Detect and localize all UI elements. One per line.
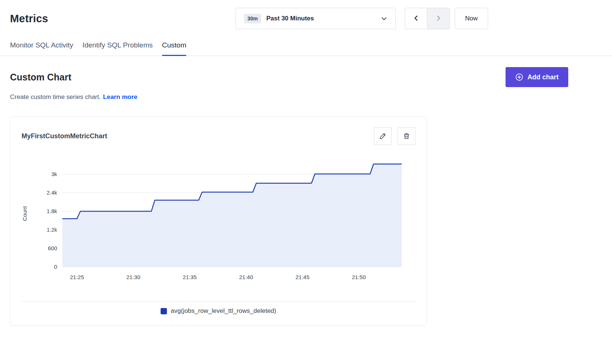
- time-range-badge: 30m: [244, 14, 261, 23]
- tab-custom[interactable]: Custom: [162, 41, 186, 56]
- time-controls: 30m Past 30 Minutes Now: [236, 8, 488, 29]
- time-prev-button[interactable]: [405, 8, 427, 29]
- topbar: Metrics 30m Past 30 Minutes: [0, 8, 612, 29]
- time-range-label: Past 30 Minutes: [266, 15, 314, 22]
- section-title: Custom Chart: [10, 72, 71, 83]
- svg-text:21:50: 21:50: [352, 274, 366, 280]
- custom-chart-plot[interactable]: 06001.2k1.8k2.4k3k21:2521:3021:3521:4021…: [10, 151, 427, 284]
- metrics-page: Metrics 30m Past 30 Minutes: [0, 0, 612, 325]
- svg-text:1.2k: 1.2k: [47, 226, 57, 233]
- learn-more-link[interactable]: Learn more: [103, 93, 138, 100]
- add-chart-button[interactable]: Add chart: [506, 67, 568, 87]
- now-button[interactable]: Now: [455, 8, 488, 29]
- chevron-left-icon: [413, 15, 419, 23]
- svg-text:3k: 3k: [51, 171, 57, 177]
- edit-chart-button[interactable]: [374, 127, 392, 145]
- svg-text:21:35: 21:35: [183, 274, 197, 280]
- time-range-dropdown[interactable]: 30m Past 30 Minutes: [236, 8, 396, 29]
- tab-monitor-sql-activity[interactable]: Monitor SQL Activity: [10, 41, 73, 56]
- chevron-down-icon: [381, 16, 387, 22]
- chart-card-header: MyFirstCustomMetricChart: [10, 117, 427, 145]
- time-next-button[interactable]: [427, 8, 450, 29]
- pencil-icon: [379, 132, 386, 140]
- page-title: Metrics: [10, 13, 48, 25]
- section-header: Custom Chart Add chart: [0, 67, 612, 87]
- card-divider: [22, 301, 415, 301]
- chart-card: MyFirstCustomMetricChart 06001.2k1.8k2.4…: [10, 116, 427, 325]
- chart-card-title: MyFirstCustomMetricChart: [22, 127, 107, 145]
- tab-bar: Monitor SQL Activity Identify SQL Proble…: [0, 41, 612, 56]
- section-description: Create custom time series chart.Learn mo…: [0, 93, 612, 101]
- svg-text:21:45: 21:45: [296, 274, 310, 280]
- svg-text:600: 600: [48, 245, 57, 251]
- time-pager: [405, 8, 450, 29]
- svg-text:Count: Count: [22, 206, 28, 221]
- svg-text:21:30: 21:30: [126, 274, 141, 280]
- svg-text:0: 0: [54, 264, 57, 270]
- chevron-right-icon: [435, 15, 442, 23]
- chart-card-actions: [374, 127, 415, 145]
- svg-text:21:25: 21:25: [70, 274, 84, 280]
- delete-chart-button[interactable]: [398, 127, 415, 145]
- legend-label: avg(jobs_row_level_ttl_rows_deleted): [171, 307, 276, 315]
- plus-circle-icon: [515, 73, 523, 81]
- tab-identify-sql-problems[interactable]: Identify SQL Problems: [82, 41, 152, 56]
- svg-text:2.4k: 2.4k: [47, 189, 57, 196]
- chart-legend[interactable]: avg(jobs_row_level_ttl_rows_deleted): [10, 307, 427, 325]
- trash-icon: [403, 132, 410, 140]
- svg-text:21:40: 21:40: [239, 274, 253, 280]
- legend-swatch: [161, 308, 167, 314]
- add-chart-label: Add chart: [527, 73, 559, 81]
- description-text: Create custom time series chart.: [10, 93, 101, 100]
- svg-text:1.8k: 1.8k: [47, 208, 57, 214]
